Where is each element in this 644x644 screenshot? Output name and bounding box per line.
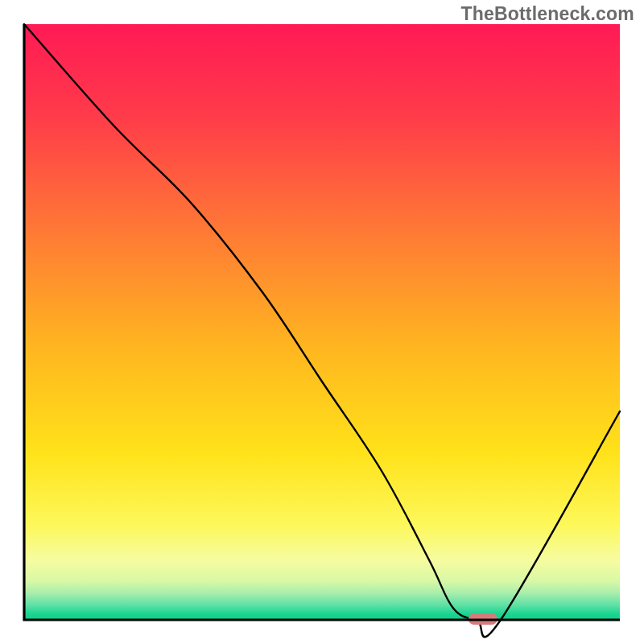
chart-frame: TheBottleneck.com [0,0,644,644]
bottleneck-chart [0,0,644,644]
plot-background [24,24,620,620]
watermark-label: TheBottleneck.com [460,3,634,25]
